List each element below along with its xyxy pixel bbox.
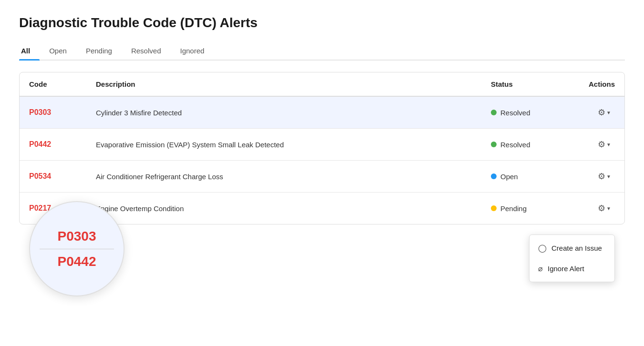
page-title: Diagnostic Trouble Code (DTC) Alerts: [19, 15, 625, 31]
row-status: Resolved: [481, 129, 567, 161]
actions-gear-button[interactable]: ⚙ ▼: [594, 105, 615, 120]
row-status: Resolved: [481, 96, 567, 129]
status-dot-blue: [491, 173, 497, 179]
actions-dropdown-menu: ◯ Create an Issue ⌀ Ignore Alert: [529, 234, 615, 282]
table-row: P0442 Evaporative Emission (EVAP) System…: [20, 129, 624, 161]
table-row: P0534 Air Conditioner Refrigerant Charge…: [20, 161, 624, 193]
row-actions: ⚙ ▼: [567, 129, 624, 161]
ignore-alert-icon: ⌀: [538, 264, 543, 273]
table-row: P0303 Cylinder 3 Misfire Detected Resolv…: [20, 96, 624, 129]
tab-all[interactable]: All: [19, 42, 40, 60]
status-dot-yellow: [491, 205, 497, 211]
actions-gear-button[interactable]: ⚙ ▼: [594, 201, 615, 215]
table-header-row: Code Description Status Actions: [20, 72, 624, 96]
actions-gear-button[interactable]: ⚙ ▼: [594, 137, 615, 152]
tab-open[interactable]: Open: [40, 42, 76, 60]
row-code: P0303: [20, 96, 86, 129]
status-label: Resolved: [500, 109, 530, 117]
row-actions: ⚙ ▼: [567, 193, 624, 224]
col-header-code: Code: [20, 72, 86, 96]
chevron-down-icon: ▼: [606, 174, 611, 179]
zoom-overlay: P0303 P0442: [29, 201, 125, 296]
actions-gear-button[interactable]: ⚙ ▼: [594, 169, 615, 183]
status-label: Open: [500, 173, 518, 181]
tabs-nav: All Open Pending Resolved Ignored: [19, 42, 625, 61]
dtc-table: Code Description Status Actions P0303 Cy…: [20, 72, 624, 224]
zoom-code-1: P0303: [58, 229, 96, 244]
chevron-down-icon: ▼: [606, 142, 611, 147]
tab-pending[interactable]: Pending: [76, 42, 122, 60]
tab-ignored[interactable]: Ignored: [170, 42, 214, 60]
row-description: Engine Overtemp Condition: [86, 193, 481, 224]
dropdown-ignore-alert[interactable]: ⌀ Ignore Alert: [530, 258, 614, 279]
ignore-alert-label: Ignore Alert: [548, 265, 584, 273]
col-header-actions: Actions: [567, 72, 624, 96]
row-description: Cylinder 3 Misfire Detected: [86, 96, 481, 129]
row-status: Open: [481, 161, 567, 193]
gear-icon: ⚙: [598, 171, 605, 182]
create-issue-label: Create an Issue: [551, 244, 602, 252]
gear-icon: ⚙: [598, 107, 605, 118]
row-code: P0442: [20, 129, 86, 161]
chevron-down-icon: ▼: [606, 110, 611, 115]
chevron-down-icon: ▼: [606, 206, 611, 211]
status-dot-green: [491, 110, 497, 115]
dtc-table-container: P0303 P0442 Code Description Status Acti…: [19, 72, 625, 224]
status-label: Pending: [500, 204, 527, 213]
row-description: Evaporative Emission (EVAP) System Small…: [86, 129, 481, 161]
zoom-divider: [40, 249, 114, 249]
row-actions: ⚙ ▼: [567, 96, 624, 129]
create-issue-icon: ◯: [538, 244, 547, 253]
row-status: Pending: [481, 193, 567, 224]
row-description: Air Conditioner Refrigerant Charge Loss: [86, 161, 481, 193]
status-dot-green: [491, 142, 497, 147]
dropdown-create-issue[interactable]: ◯ Create an Issue: [530, 238, 614, 258]
tab-resolved[interactable]: Resolved: [122, 42, 171, 60]
row-code: P0534: [20, 161, 86, 193]
col-header-status: Status: [481, 72, 567, 96]
col-header-description: Description: [86, 72, 481, 96]
row-actions: ⚙ ▼: [567, 161, 624, 193]
gear-icon: ⚙: [598, 203, 605, 214]
zoom-code-2: P0442: [58, 254, 96, 269]
status-label: Resolved: [500, 141, 530, 149]
gear-icon: ⚙: [598, 139, 605, 150]
